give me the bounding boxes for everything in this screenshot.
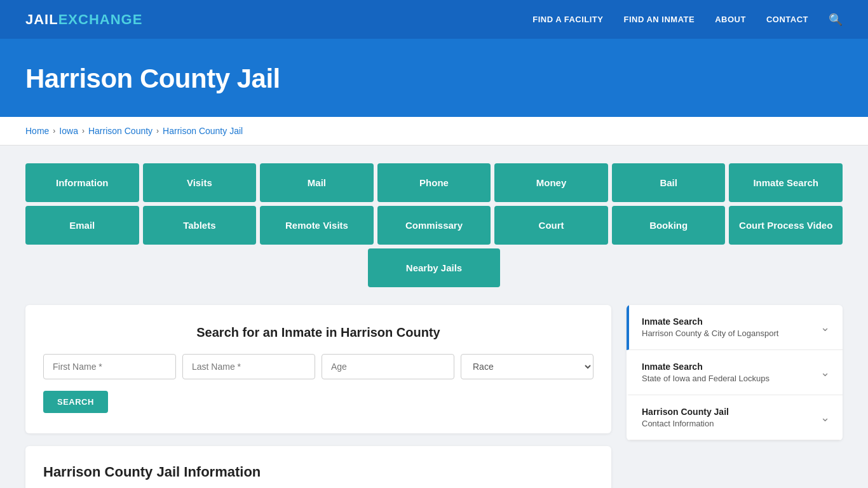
nav-buttons-row3: Nearby Jails xyxy=(25,248,843,287)
nav-contact[interactable]: CONTACT xyxy=(766,15,808,24)
hero-section: Harrison County Jail xyxy=(0,41,868,117)
age-input[interactable] xyxy=(322,354,454,379)
first-name-input[interactable] xyxy=(43,354,176,379)
chevron-down-icon-0: ⌄ xyxy=(820,320,830,334)
chevron-down-icon-2: ⌄ xyxy=(820,410,830,424)
btn-nearby-jails[interactable]: Nearby Jails xyxy=(368,248,500,287)
sidebar-item-title-1: Inmate Search xyxy=(642,362,770,372)
breadcrumb: Home › Iowa › Harrison County › Harrison… xyxy=(0,117,868,146)
breadcrumb-current: Harrison County Jail xyxy=(163,126,243,136)
btn-commissary[interactable]: Commissary xyxy=(377,206,491,245)
chevron-down-icon-1: ⌄ xyxy=(820,365,830,379)
btn-bail[interactable]: Bail xyxy=(612,163,726,202)
btn-visits[interactable]: Visits xyxy=(143,163,257,202)
page-title: Harrison County Jail xyxy=(25,64,843,94)
nav-buttons-row2: Email Tablets Remote Visits Commissary C… xyxy=(25,206,843,245)
nav-buttons-row1: Information Visits Mail Phone Money Bail… xyxy=(25,163,843,202)
btn-court[interactable]: Court xyxy=(494,206,608,245)
race-select[interactable]: Race xyxy=(461,354,593,379)
breadcrumb-home[interactable]: Home xyxy=(25,126,49,136)
sidebar-item-title-0: Inmate Search xyxy=(642,316,778,327)
nav-find-facility[interactable]: FIND A FACILITY xyxy=(532,15,603,24)
breadcrumb-sep-1: › xyxy=(53,126,55,135)
btn-tablets[interactable]: Tablets xyxy=(143,206,257,245)
sidebar-item-text-0: Inmate Search Harrison County & City of … xyxy=(642,316,778,338)
sidebar-item-subtitle-1: State of Iowa and Federal Lockups xyxy=(642,374,770,383)
sidebar-item-inmate-search-county[interactable]: Inmate Search Harrison County & City of … xyxy=(627,305,843,350)
main-nav: FIND A FACILITY FIND AN INMATE ABOUT CON… xyxy=(532,13,843,27)
btn-inmate-search[interactable]: Inmate Search xyxy=(729,163,843,202)
btn-booking[interactable]: Booking xyxy=(612,206,726,245)
nav-find-inmate[interactable]: FIND AN INMATE xyxy=(623,15,695,24)
btn-remote-visits[interactable]: Remote Visits xyxy=(260,206,374,245)
sidebar-item-subtitle-2: Contact Information xyxy=(642,419,729,428)
nav-about[interactable]: ABOUT xyxy=(715,15,746,24)
inmate-search-box: Search for an Inmate in Harrison County … xyxy=(25,305,611,433)
sidebar-item-subtitle-0: Harrison County & City of Logansport xyxy=(642,329,778,338)
btn-phone[interactable]: Phone xyxy=(377,163,491,202)
sidebar-item-contact-info[interactable]: Harrison County Jail Contact Information… xyxy=(627,395,843,440)
logo-exchange: EXCHANGE xyxy=(58,11,143,28)
breadcrumb-iowa[interactable]: Iowa xyxy=(59,126,78,136)
sidebar-item-title-2: Harrison County Jail xyxy=(642,407,729,417)
site-header: JAILEXCHANGE FIND A FACILITY FIND AN INM… xyxy=(0,0,868,41)
btn-court-process-video[interactable]: Court Process Video xyxy=(729,206,843,245)
btn-information[interactable]: Information xyxy=(25,163,139,202)
sidebar-item-text-1: Inmate Search State of Iowa and Federal … xyxy=(642,362,770,383)
sidebar-item-inmate-search-state[interactable]: Inmate Search State of Iowa and Federal … xyxy=(627,350,843,395)
sidebar-item-text-2: Harrison County Jail Contact Information xyxy=(642,407,729,428)
btn-money[interactable]: Money xyxy=(494,163,608,202)
search-icon-button[interactable]: 🔍 xyxy=(829,13,843,27)
logo-jail: JAIL xyxy=(25,11,58,28)
btn-email[interactable]: Email xyxy=(25,206,139,245)
breadcrumb-county[interactable]: Harrison County xyxy=(88,126,153,136)
breadcrumb-sep-2: › xyxy=(82,126,85,135)
btn-mail[interactable]: Mail xyxy=(260,163,374,202)
last-name-input[interactable] xyxy=(182,354,315,379)
search-title: Search for an Inmate in Harrison County xyxy=(43,325,593,340)
search-form: Race xyxy=(43,354,593,379)
info-section-title: Harrison County Jail Information xyxy=(43,464,593,483)
content-area: Search for an Inmate in Harrison County … xyxy=(25,305,843,488)
sidebar: Inmate Search Harrison County & City of … xyxy=(627,305,843,440)
breadcrumb-sep-3: › xyxy=(156,126,159,135)
info-section: Harrison County Jail Information xyxy=(25,446,611,488)
search-button[interactable]: SEARCH xyxy=(43,391,108,413)
logo[interactable]: JAILEXCHANGE xyxy=(25,11,142,28)
main-content: Information Visits Mail Phone Money Bail… xyxy=(0,146,868,488)
